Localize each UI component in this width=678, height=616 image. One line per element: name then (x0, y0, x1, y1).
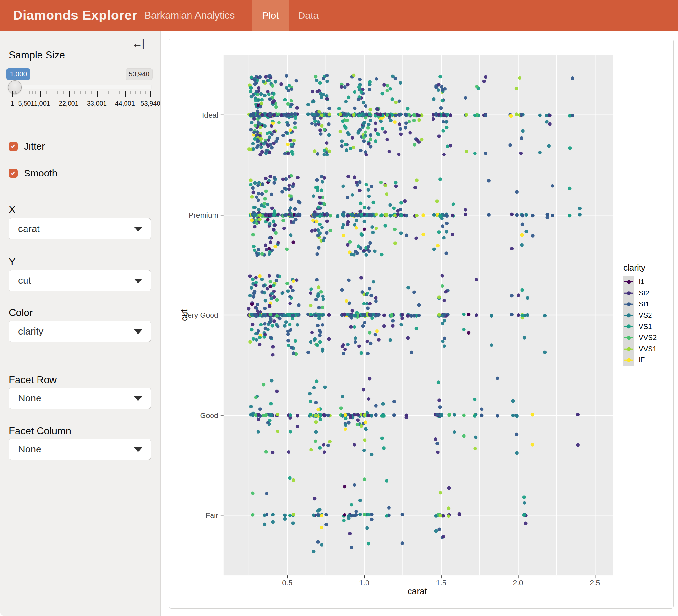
slider-value-badge: 1,000 (6, 68, 30, 80)
smooth-checkbox[interactable]: ✔ Smooth (9, 168, 57, 179)
svg-text:Fair: Fair (205, 511, 218, 519)
y-select-label: Y (9, 256, 15, 268)
slider-minor-tick (91, 91, 92, 94)
smooth-checkbox-label: Smooth (24, 168, 57, 179)
slider-minor-tick (15, 91, 16, 94)
chevron-down-icon (134, 447, 142, 452)
legend-entry-label: VVS1 (639, 345, 657, 353)
facet-row-select-value: None (18, 393, 41, 404)
slider-minor-tick (57, 91, 58, 94)
app-title: Diamonds Explorer (13, 8, 137, 23)
jitter-checkbox[interactable]: ✔ Jitter (9, 141, 45, 152)
x-select[interactable]: carat (9, 218, 151, 240)
slider-tick-labels: 15,50111,00122,00133,00144,00153,940 (0, 100, 161, 108)
slider-minor-tick (52, 91, 52, 94)
app-header: Diamonds Explorer Barkamian Analytics Pl… (0, 0, 678, 31)
slider-max-badge: 53,940 (125, 68, 153, 80)
plot-legend: clarity I1SI2SI1VS2VS1VVS2VVS1IF (623, 263, 657, 366)
slider-tick-label: 44,001 (115, 100, 135, 107)
collapse-sidebar-icon[interactable]: ←| (131, 37, 144, 50)
slider-ticks (0, 91, 161, 97)
color-select-label: Color (9, 307, 33, 319)
slider-major-tick (150, 91, 151, 97)
chevron-down-icon (134, 227, 142, 232)
slider-minor-tick (130, 91, 131, 94)
slider-minor-tick (21, 91, 21, 94)
x-select-value: carat (18, 223, 40, 234)
svg-text:0.5: 0.5 (282, 578, 292, 587)
legend-key-icon (623, 332, 634, 343)
chevron-down-icon (134, 396, 142, 401)
plot-card: 0.51.01.52.02.5FairGoodVery GoodPremiumI… (169, 39, 674, 609)
jitter-checkbox-label: Jitter (24, 141, 45, 152)
slider-major-tick (40, 91, 41, 97)
slider-minor-tick (145, 91, 146, 94)
svg-text:2.0: 2.0 (513, 578, 523, 587)
slider-minor-tick (35, 91, 36, 94)
sidebar: ←| Sample Size 1,000 53,940 15,50111,001… (0, 31, 161, 616)
slider-minor-tick (85, 91, 86, 94)
color-select-value: clarity (18, 326, 43, 337)
sample-size-slider-track[interactable] (8, 85, 152, 89)
svg-text:Ideal: Ideal (202, 111, 218, 119)
nav-tabs: Plot Data (252, 0, 328, 31)
y-select-value: cut (18, 275, 31, 286)
legend-entry: I1 (623, 276, 657, 288)
slider-minor-tick (32, 91, 33, 94)
slider-minor-tick (80, 91, 80, 94)
legend-key-icon (623, 321, 634, 332)
slider-minor-tick (135, 91, 136, 94)
svg-text:2.5: 2.5 (590, 578, 600, 587)
y-select[interactable]: cut (9, 270, 151, 291)
legend-entry-label: VS1 (639, 323, 652, 331)
slider-minor-tick (140, 91, 141, 94)
legend-entry: VS1 (623, 321, 657, 332)
tab-data[interactable]: Data (289, 0, 328, 31)
slider-major-tick (97, 91, 98, 97)
svg-text:Good: Good (200, 411, 218, 419)
legend-key-icon (623, 310, 634, 321)
svg-text:1.0: 1.0 (359, 578, 369, 587)
slider-tick-label: 33,001 (87, 100, 107, 107)
slider-minor-tick (63, 91, 64, 94)
legend-entry-label: VS2 (639, 311, 652, 320)
slider-minor-tick (46, 91, 47, 94)
legend-entry: SI2 (623, 288, 657, 299)
slider-tick-label: 22,001 (59, 100, 79, 107)
slider-minor-tick (74, 91, 75, 94)
facet-column-select-value: None (18, 444, 41, 455)
legend-entry-label: I1 (639, 278, 644, 286)
legend-entry: SI1 (623, 299, 657, 310)
slider-tick-label: 11,001 (31, 100, 50, 107)
legend-entry-label: SI1 (639, 300, 649, 308)
y-axis-title: cut (180, 309, 189, 321)
legend-key-icon (623, 299, 634, 310)
slider-major-tick (12, 91, 13, 97)
legend-entry: VVS1 (623, 343, 657, 355)
legend-entry: VS2 (623, 310, 657, 321)
legend-key-icon (623, 343, 634, 355)
x-select-label: X (9, 204, 15, 215)
chevron-down-icon (134, 279, 142, 283)
slider-minor-tick (18, 91, 18, 94)
checkbox-checked-icon: ✔ (9, 142, 18, 151)
x-axis-title: carat (408, 586, 427, 596)
svg-text:Premium: Premium (189, 211, 218, 219)
facet-column-select-label: Facet Column (9, 425, 71, 437)
checkbox-checked-icon: ✔ (9, 169, 18, 178)
sample-size-label: Sample Size (9, 49, 65, 61)
slider-minor-tick (38, 91, 38, 94)
slider-tick-label: 53,940 (140, 100, 160, 107)
scatter-plot: 0.51.01.52.02.5FairGoodVery GoodPremiumI… (169, 39, 674, 608)
slider-minor-tick (108, 91, 109, 94)
color-select[interactable]: clarity (9, 321, 151, 342)
main-content: 0.51.01.52.02.5FairGoodVery GoodPremiumI… (161, 31, 678, 616)
slider-minor-tick (29, 91, 30, 94)
facet-column-select[interactable]: None (9, 439, 151, 460)
legend-entry-label: SI2 (639, 289, 649, 297)
check-icon: ✔ (11, 143, 16, 150)
tab-plot[interactable]: Plot (252, 0, 289, 31)
slider-minor-tick (103, 91, 103, 94)
slider-minor-tick (119, 91, 120, 94)
facet-row-select[interactable]: None (9, 387, 151, 409)
